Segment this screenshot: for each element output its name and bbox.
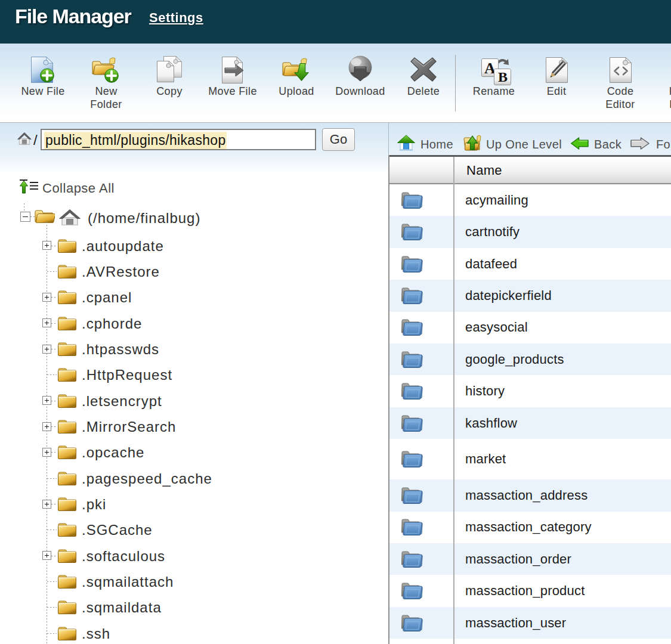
svg-text:B: B (498, 69, 508, 85)
